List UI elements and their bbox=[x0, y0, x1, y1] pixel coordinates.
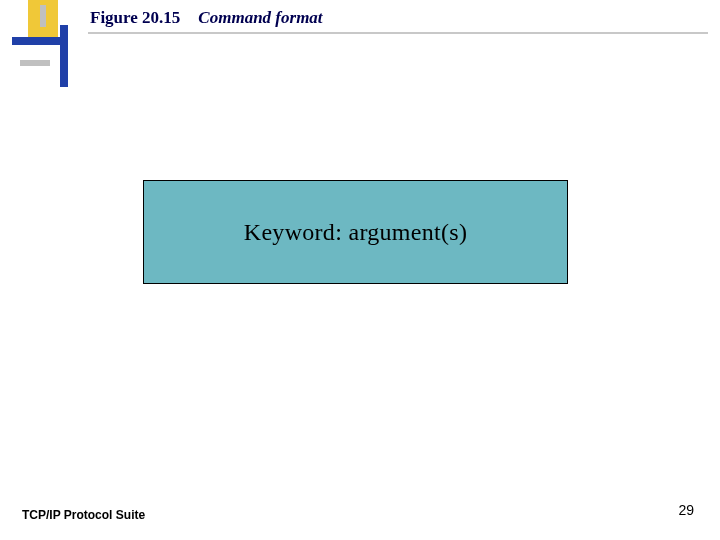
footer-source: TCP/IP Protocol Suite bbox=[22, 508, 145, 522]
figure-number: Figure 20.15 bbox=[90, 8, 180, 28]
slide-header: Figure 20.15 Command format bbox=[90, 8, 323, 28]
gray-bar-icon bbox=[40, 5, 46, 27]
page-number: 29 bbox=[678, 502, 694, 518]
figure-title: Command format bbox=[198, 8, 322, 28]
slide-corner-decoration bbox=[0, 0, 80, 95]
title-underline bbox=[88, 32, 708, 34]
command-format-box: Keyword: argument(s) bbox=[143, 180, 568, 284]
blue-bar-vertical-icon bbox=[60, 25, 68, 87]
command-format-text: Keyword: argument(s) bbox=[244, 219, 468, 246]
gray-bar-horizontal-icon bbox=[20, 60, 50, 66]
